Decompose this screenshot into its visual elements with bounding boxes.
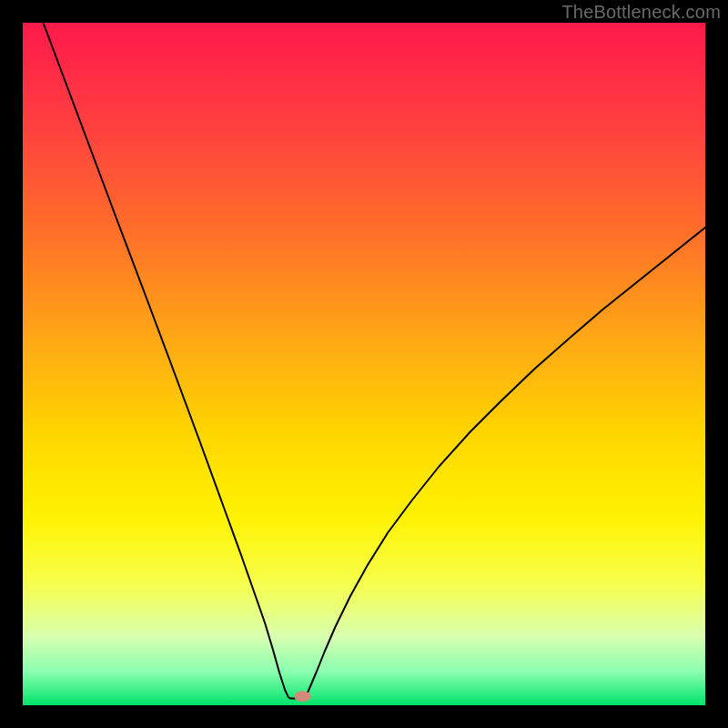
bottleneck-chart-svg [23,23,705,705]
plot-area [23,23,705,705]
chart-frame: TheBottleneck.com [0,0,728,728]
watermark-label: TheBottleneck.com [561,2,721,23]
gradient-background [23,23,705,705]
target-marker [295,691,311,702]
